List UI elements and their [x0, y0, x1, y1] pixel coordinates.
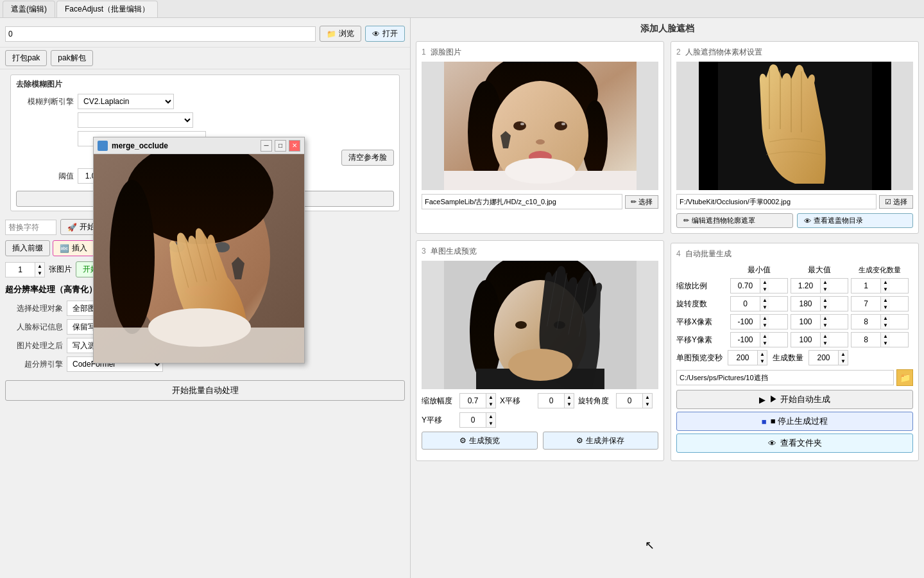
occlusion-select-button[interactable]: ☑ 选择: [879, 195, 913, 209]
preview-sec-up[interactable]: ▲: [758, 351, 767, 358]
y-max-up[interactable]: ▲: [821, 333, 830, 340]
rotate-up[interactable]: ▲: [643, 394, 652, 401]
y-min-up[interactable]: ▲: [760, 333, 769, 340]
float-minimize-button[interactable]: ─: [261, 140, 272, 152]
pages-up[interactable]: ▲: [35, 263, 44, 270]
replace-input[interactable]: [5, 220, 56, 235]
scale-value[interactable]: [460, 394, 486, 408]
rotate-input[interactable]: ▲ ▼: [616, 393, 653, 408]
rotate-count-up[interactable]: ▲: [881, 297, 890, 304]
x-max-value[interactable]: [791, 315, 820, 329]
output-folder-button[interactable]: 📁: [896, 369, 913, 386]
gen-amount-value[interactable]: [809, 351, 838, 365]
x-count-value[interactable]: [851, 315, 880, 329]
gen-amount-input[interactable]: ▲ ▼: [809, 350, 848, 365]
blur-sub-select[interactable]: [78, 112, 193, 128]
x-min-up[interactable]: ▲: [760, 315, 769, 322]
float-close-button[interactable]: ✕: [289, 140, 300, 152]
preview-sec-input[interactable]: ▲ ▼: [728, 350, 767, 365]
generate-preview-button[interactable]: ⚙ 生成预览: [422, 432, 538, 450]
scale-down[interactable]: ▼: [486, 401, 495, 408]
scale-count-value[interactable]: [851, 279, 880, 293]
y-max-down[interactable]: ▼: [821, 340, 830, 347]
y-move-down[interactable]: ▼: [486, 420, 495, 427]
x-min-input[interactable]: ▲ ▼: [730, 314, 788, 329]
rotate-max-up[interactable]: ▲: [821, 297, 830, 304]
scale-min-down[interactable]: ▼: [760, 286, 769, 293]
scale-min-up[interactable]: ▲: [760, 279, 769, 286]
insert-middle-button[interactable]: 🔤 插入: [53, 240, 94, 256]
output-path-input[interactable]: [676, 370, 894, 385]
x-count-down[interactable]: ▼: [881, 322, 890, 329]
rotate-min-value[interactable]: [731, 297, 760, 311]
y-count-input[interactable]: ▲ ▼: [851, 332, 909, 347]
file-path-input[interactable]: [5, 26, 316, 42]
y-count-value[interactable]: [851, 333, 880, 347]
scale-count-input[interactable]: ▲ ▼: [851, 278, 909, 293]
blur-engine-select[interactable]: CV2.Laplacin CV2.Variance FFT: [78, 94, 174, 109]
scale-max-value[interactable]: [791, 279, 820, 293]
y-count-down[interactable]: ▼: [881, 340, 890, 347]
rotate-max-input[interactable]: ▲ ▼: [791, 296, 848, 311]
source-face-select-button[interactable]: ✏ 选择: [625, 195, 658, 209]
rotate-min-down[interactable]: ▼: [760, 304, 769, 311]
rotate-count-value[interactable]: [851, 297, 880, 311]
scale-min-input[interactable]: ▲ ▼: [730, 278, 788, 293]
x-move-up[interactable]: ▲: [565, 394, 574, 401]
rotate-down[interactable]: ▼: [643, 401, 652, 408]
unpack-button[interactable]: pak解包: [51, 50, 92, 66]
x-count-up[interactable]: ▲: [881, 315, 890, 322]
stop-gen-button[interactable]: ■ ■ 停止生成过程: [676, 412, 913, 431]
x-move-value[interactable]: [538, 394, 564, 408]
rotate-value[interactable]: [617, 394, 642, 408]
scale-max-up[interactable]: ▲: [821, 279, 830, 286]
x-min-value[interactable]: [731, 315, 760, 329]
pages-down[interactable]: ▼: [35, 270, 44, 277]
pages-spinner[interactable]: ▲ ▼: [5, 262, 45, 277]
y-max-input[interactable]: ▲ ▼: [791, 332, 848, 347]
scale-max-down[interactable]: ▼: [821, 286, 830, 293]
scale-up[interactable]: ▲: [486, 394, 495, 401]
rotate-count-down[interactable]: ▼: [881, 304, 890, 311]
scale-max-input[interactable]: ▲ ▼: [791, 278, 848, 293]
y-move-input[interactable]: ▲ ▼: [459, 412, 496, 428]
x-max-up[interactable]: ▲: [821, 315, 830, 322]
rotate-count-input[interactable]: ▲ ▼: [851, 296, 909, 311]
gen-amount-up[interactable]: ▲: [839, 351, 848, 358]
open-button[interactable]: 👁 打开: [365, 26, 405, 42]
preview-sec-value[interactable]: [728, 351, 757, 365]
scale-count-down[interactable]: ▼: [881, 286, 890, 293]
x-count-input[interactable]: ▲ ▼: [851, 314, 909, 329]
y-min-down[interactable]: ▼: [760, 340, 769, 347]
generate-save-button[interactable]: ⚙ 生成并保存: [543, 432, 659, 450]
start-auto-gen-button[interactable]: ▶ ▶ 开始自动生成: [676, 390, 913, 409]
source-face-path-input[interactable]: [422, 194, 622, 209]
scale-input[interactable]: ▲ ▼: [459, 393, 496, 408]
insert-front-button[interactable]: 插入前缀: [5, 240, 50, 256]
edit-mask-button[interactable]: ✏ 编辑遮挡物轮廓遮罩: [676, 213, 793, 228]
preview-sec-down[interactable]: ▼: [758, 358, 767, 365]
rotate-max-down[interactable]: ▼: [821, 304, 830, 311]
clear-ref-button[interactable]: 清空参考脸: [341, 150, 394, 166]
y-min-value[interactable]: [731, 333, 760, 347]
y-move-value[interactable]: [460, 413, 486, 427]
x-move-input[interactable]: ▲ ▼: [538, 393, 574, 408]
y-count-up[interactable]: ▲: [881, 333, 890, 340]
rotate-min-up[interactable]: ▲: [760, 297, 769, 304]
rotate-min-input[interactable]: ▲ ▼: [730, 296, 788, 311]
gen-amount-down[interactable]: ▼: [839, 358, 848, 365]
batch-process-button[interactable]: 开始批量自动处理: [5, 380, 405, 401]
x-min-down[interactable]: ▼: [760, 322, 769, 329]
x-move-down[interactable]: ▼: [565, 401, 574, 408]
x-max-input[interactable]: ▲ ▼: [791, 314, 848, 329]
occlusion-path-input[interactable]: [676, 194, 877, 209]
rotate-max-value[interactable]: [791, 297, 820, 311]
float-maximize-button[interactable]: □: [275, 140, 286, 152]
pages-value[interactable]: [6, 263, 35, 277]
y-min-input[interactable]: ▲ ▼: [730, 332, 788, 347]
scale-min-value[interactable]: [731, 279, 760, 293]
y-move-up[interactable]: ▲: [486, 413, 495, 420]
x-max-down[interactable]: ▼: [821, 322, 830, 329]
tab-face-adjust[interactable]: FaceAdjust（批量编辑）: [56, 1, 158, 17]
y-max-value[interactable]: [791, 333, 820, 347]
